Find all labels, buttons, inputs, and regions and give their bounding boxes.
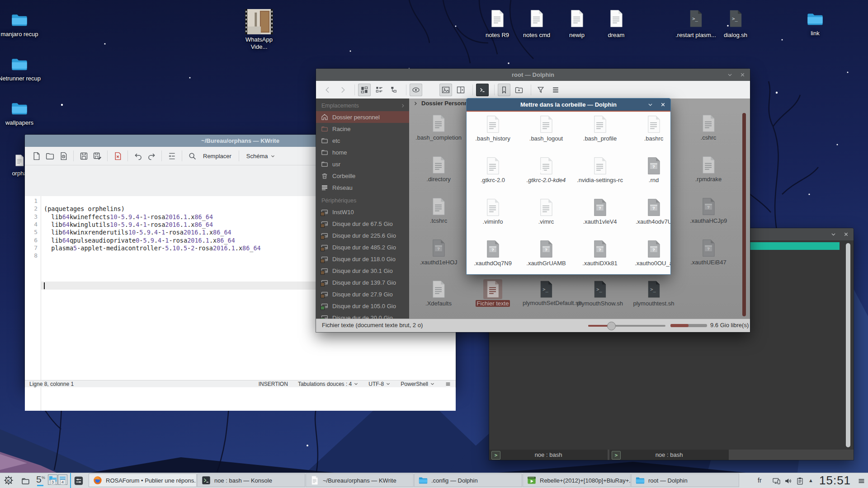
sidebar-device-item[interactable]: Disque dur de 225.6 Gio <box>316 230 409 241</box>
konsole-tab[interactable]: >noe : bash <box>489 450 608 460</box>
sidebar-device-item[interactable]: Disque dur de 139.7 Gio <box>316 277 409 288</box>
dialog-titlebar[interactable]: Mettre dans la corbeille — Dolphin <box>467 99 670 111</box>
replace-button[interactable]: Remplacer <box>199 151 236 161</box>
folder-open-icon[interactable] <box>43 150 57 162</box>
file-item[interactable]: .gtkrc-2.0-kde4 <box>520 156 572 183</box>
sidebar-item-corbeille[interactable]: Corbeille <box>316 170 409 182</box>
file-item[interactable]: .rpmdrake <box>682 155 735 183</box>
file-item[interactable]: .bash_profile <box>574 114 626 142</box>
search-icon[interactable] <box>425 84 437 96</box>
indent-icon[interactable] <box>165 150 179 162</box>
minimize-icon[interactable] <box>726 71 733 79</box>
close-icon[interactable] <box>659 101 666 108</box>
sidebar-device-item[interactable]: Disque dur de 118.0 Gio <box>316 253 409 265</box>
konsole-tab[interactable]: >noe : bash <box>609 450 729 460</box>
back-icon[interactable] <box>321 84 334 96</box>
sidebar-item-réseau[interactable]: Réseau <box>316 182 409 193</box>
preview-icon[interactable] <box>410 84 422 96</box>
file-item[interactable]: .Xdefaults <box>412 279 465 307</box>
tree-view-icon[interactable] <box>388 84 401 96</box>
view-scrollbar[interactable] <box>742 113 746 316</box>
save-as-icon[interactable] <box>90 150 104 162</box>
file-item[interactable]: .tcshrc <box>412 197 465 224</box>
file-item[interactable]: .xauthiDXk81 <box>574 239 626 267</box>
sidebar-item-etc[interactable]: etc <box>316 135 409 146</box>
file-item[interactable]: .xautho0OU_a <box>627 239 670 267</box>
doc-new-icon[interactable] <box>29 150 43 162</box>
file-item[interactable]: Fichier texte <box>467 279 519 307</box>
places-panel-icon[interactable] <box>513 84 525 96</box>
sidebar-item-dossier-personnel[interactable]: Dossier personnel <box>316 111 409 123</box>
settings-launcher-icon[interactable] <box>74 476 84 486</box>
bookmark-icon[interactable] <box>498 84 510 96</box>
search-icon[interactable] <box>185 150 199 162</box>
breadcrumb[interactable]: Dossier Personnel <box>421 100 473 107</box>
file-item[interactable]: .vimrc <box>520 197 572 225</box>
volume-icon[interactable] <box>783 476 793 486</box>
forward-icon[interactable] <box>336 84 349 96</box>
file-item[interactable]: .rnd <box>627 156 670 183</box>
tab-settings-dropdown[interactable]: Tabulations douces : 4 <box>298 381 359 387</box>
icons-view-icon[interactable] <box>358 84 371 96</box>
sidebar-device-item[interactable]: InstW10 <box>316 206 409 218</box>
dolphin-titlebar[interactable]: root — Dolphin <box>316 69 750 81</box>
syntax-dropdown[interactable]: PowerShell <box>401 381 435 387</box>
file-item[interactable]: .nvidia-settings-rc <box>574 156 626 183</box>
taskbar-task[interactable]: .config — Dolphin <box>414 474 522 487</box>
file-item[interactable]: .xauthGrUAMB <box>520 239 572 267</box>
save-icon[interactable] <box>77 150 90 162</box>
close-icon[interactable] <box>739 71 746 79</box>
zoom-slider-knob[interactable] <box>607 322 616 330</box>
desktop-icon[interactable]: link <box>793 7 837 37</box>
desktop-icon[interactable]: Netrunner recup <box>0 55 41 82</box>
terminal-icon[interactable] <box>476 84 489 96</box>
file-item[interactable]: .xauthdOq7N9 <box>467 239 519 267</box>
sidebar-device-item[interactable]: Disque dur de 30.1 Gio <box>316 265 409 277</box>
sidebar-item-usr[interactable]: usr <box>316 158 409 170</box>
desktop-icon[interactable]: WhatsApp Vide... <box>237 9 281 51</box>
file-item[interactable]: .xauthUEiB47 <box>682 238 735 266</box>
file-item[interactable]: .bash_logout <box>520 114 572 142</box>
desktop-icon[interactable]: notes cmd <box>515 7 558 39</box>
trash-dialog[interactable]: Mettre dans la corbeille — Dolphin .bash… <box>467 99 670 274</box>
sidebar-device-item[interactable]: Disque dur de 105.0 Gio <box>316 300 409 312</box>
doc-close-icon[interactable] <box>111 150 124 162</box>
file-item[interactable]: .xauthaHCJp9 <box>682 197 735 224</box>
file-item[interactable]: .bash_history <box>467 114 519 142</box>
desktop-icon[interactable]: dream <box>594 7 638 39</box>
encoding-dropdown[interactable]: UTF-8 <box>368 381 391 387</box>
filter-icon[interactable] <box>534 84 547 96</box>
file-item[interactable]: .gtkrc-2.0 <box>467 156 519 183</box>
collapse-icon[interactable] <box>400 103 406 108</box>
details-view-icon[interactable] <box>373 84 386 96</box>
file-item[interactable]: .cshrc <box>682 113 735 141</box>
sidebar-device-item[interactable]: Disque dur de 27.9 Gio <box>316 288 409 300</box>
konsole-scrollbar[interactable] <box>846 243 850 447</box>
undo-icon[interactable] <box>131 150 145 162</box>
file-item[interactable]: plymouthSetDefault.sh <box>520 279 572 307</box>
file-item[interactable]: .directory <box>412 155 465 183</box>
sidebar-device-item[interactable]: Disque dur de 20.0 Gio <box>316 312 409 319</box>
desktop-icon[interactable]: .restart plasm... <box>674 7 717 39</box>
desktop-icon[interactable]: notes R9 <box>476 7 519 39</box>
schema-dropdown[interactable]: Schéma <box>242 151 279 161</box>
statusbar-menu-icon[interactable] <box>445 381 451 387</box>
doc-recent-icon[interactable] <box>57 150 70 162</box>
split-icon[interactable] <box>454 84 467 96</box>
pager-desktop-4[interactable]: 4 <box>58 474 67 485</box>
menu-icon[interactable] <box>549 84 562 96</box>
file-item[interactable]: .bash_completion <box>412 113 465 141</box>
zoom-slider[interactable] <box>588 325 665 327</box>
sidebar-device-item[interactable]: Disque dur de 67.5 Gio <box>316 218 409 230</box>
file-item[interactable]: .xauthd1eHOJ <box>412 238 465 266</box>
digital-clock[interactable]: 15:51 <box>819 474 851 488</box>
sidebar-item-racine[interactable]: Racine <box>316 123 409 135</box>
desktop-icon[interactable]: dialog.sh <box>714 7 757 39</box>
minimize-icon[interactable] <box>830 231 837 238</box>
desktop-icon[interactable]: manjaro recup <box>0 11 41 38</box>
file-item[interactable]: plymouthtest.sh <box>627 279 680 307</box>
taskbar-task[interactable]: ~/Bureau/orphans — KWrite <box>306 474 414 487</box>
desktop-icon[interactable]: wallpapers <box>0 99 41 127</box>
minimize-icon[interactable] <box>646 101 654 108</box>
keyboard-layout-indicator[interactable]: fr <box>758 477 762 484</box>
